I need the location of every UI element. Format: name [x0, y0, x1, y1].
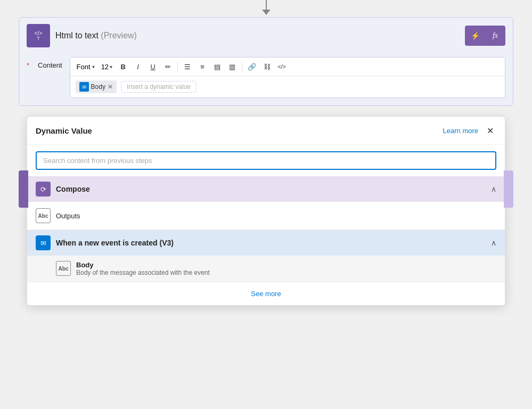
body-abc-icon: Abc [56, 261, 71, 276]
font-dropdown-arrow: ▾ [92, 64, 95, 70]
outlook-body-chip[interactable]: ✉ Body ✕ [76, 80, 117, 93]
panel-title: Dynamic Value [36, 126, 443, 135]
compose-section-title: Compose [56, 185, 486, 193]
code-button[interactable]: </> [275, 60, 288, 73]
right-accent-bar [504, 170, 513, 208]
body-item-description: Body of the message associated with the … [76, 269, 210, 276]
panel-header: Dynamic Value Learn more ✕ [27, 117, 505, 145]
underline-button[interactable]: U [146, 60, 159, 73]
card-icon: </> T [27, 24, 50, 47]
link-button[interactable]: 🔗 [245, 60, 258, 73]
italic-button[interactable]: I [132, 60, 144, 73]
chip-label: Body [91, 83, 105, 91]
compose-section-icon: ⟳ [36, 182, 51, 197]
content-label: Content [38, 61, 62, 69]
toolbar-separator-1 [177, 62, 178, 71]
align-left-button[interactable]: ▤ [211, 60, 224, 73]
see-more-row[interactable]: See more [27, 282, 505, 305]
event-section-title: When a new event is created (V3) [56, 239, 486, 247]
pen-button[interactable]: ✏ [161, 60, 174, 73]
body-item-row[interactable]: Abc Body Body of the message associated … [27, 256, 505, 282]
dynamic-value-placeholder[interactable]: Insert a dynamic value [121, 81, 197, 93]
event-chevron-icon[interactable]: ∧ [491, 239, 496, 247]
panel-close-button[interactable]: ✕ [484, 124, 496, 137]
editor-toolbar: Font ▾ 12 ▾ B I U ✏ ☰ ≡ ▤ ▥ [70, 58, 505, 76]
html-to-text-card: </> T Html to text (Preview) ⚡ fx * Cont… [19, 17, 513, 106]
outputs-label: Outputs [56, 212, 80, 220]
compose-chevron-icon[interactable]: ∧ [491, 185, 496, 193]
event-section-icon: ✉ [36, 235, 51, 250]
search-row [27, 145, 505, 176]
align-right-button[interactable]: ▥ [226, 60, 239, 73]
outputs-abc-icon: Abc [36, 208, 51, 223]
number-list-button[interactable]: ≡ [196, 60, 209, 73]
dynamic-search-input[interactable] [36, 151, 496, 170]
dynamic-value-panel: Dynamic Value Learn more ✕ ⟳ Compose ∧ A… [27, 116, 505, 306]
outputs-row[interactable]: Abc Outputs [27, 202, 505, 230]
see-more-label: See more [251, 290, 281, 298]
fx-button[interactable]: fx [485, 26, 505, 46]
event-section-header[interactable]: ✉ When a new event is created (V3) ∧ [27, 230, 505, 256]
toolbar-separator-2 [242, 62, 242, 71]
compose-section-header[interactable]: ⟳ Compose ∧ [27, 176, 505, 202]
card-title: Html to text (Preview) [55, 31, 460, 40]
lightning-button[interactable]: ⚡ [465, 26, 485, 46]
left-accent-bar [19, 170, 28, 208]
card-top-buttons: ⚡ fx [465, 26, 505, 46]
editor-body[interactable]: ✉ Body ✕ Insert a dynamic value [70, 76, 505, 97]
connector-arrow [262, 0, 271, 15]
bold-button[interactable]: B [117, 60, 129, 73]
editor-area: Font ▾ 12 ▾ B I U ✏ ☰ ≡ ▤ ▥ [70, 57, 505, 98]
learn-more-link[interactable]: Learn more [443, 127, 478, 135]
chip-close-button[interactable]: ✕ [108, 83, 113, 91]
outlook-chip-icon: ✉ [79, 82, 89, 92]
fontsize-dropdown-arrow: ▾ [110, 64, 112, 70]
content-required-star: * [27, 61, 29, 69]
unlink-button[interactable]: ⛓ [260, 60, 273, 73]
font-select[interactable]: Font ▾ [75, 62, 97, 72]
body-item-name: Body [76, 261, 210, 269]
bullet-list-button[interactable]: ☰ [181, 60, 194, 73]
font-size-select[interactable]: 12 ▾ [99, 62, 114, 72]
